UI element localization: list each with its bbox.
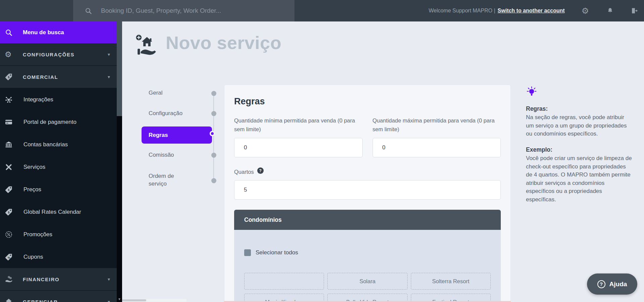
- scrollbar-thumb[interactable]: [117, 21, 122, 116]
- condominios-header: Condomínios: [234, 210, 501, 230]
- gear-icon: ⚙: [5, 50, 13, 58]
- chevron-down-icon: ▾: [108, 276, 110, 282]
- house-icon: [5, 298, 13, 302]
- step-dot-ordem[interactable]: [211, 178, 216, 183]
- logout-icon[interactable]: [631, 7, 638, 14]
- step-dot-comissao[interactable]: [211, 153, 216, 158]
- search-icon: [5, 29, 13, 37]
- sidebar-item-contas-bancarias[interactable]: Contas bancárias: [0, 133, 117, 156]
- quartos-help-icon[interactable]: ?: [257, 167, 264, 174]
- max-quantity-label: Quantidade máxima permitida para venda (…: [373, 116, 497, 134]
- quartos-label: Quartos: [234, 167, 254, 176]
- global-search[interactable]: [73, 0, 294, 21]
- step-ordem-de-servico[interactable]: Ordem de serviço: [149, 172, 190, 188]
- select-all-label: Selecionar todos: [256, 249, 298, 256]
- notifications-bell-icon[interactable]: [606, 7, 614, 14]
- step-regras-active[interactable]: Regras: [142, 127, 212, 144]
- sidebar-item-servicos[interactable]: Serviços: [0, 156, 117, 178]
- search-icon: [85, 7, 92, 15]
- min-quantity-input[interactable]: [234, 138, 363, 157]
- step-dot-geral[interactable]: [211, 91, 216, 96]
- tips-example-title: Exemplo:: [526, 146, 633, 153]
- sidebar-item-cupons[interactable]: Cupons: [0, 246, 117, 268]
- quartos-input[interactable]: [234, 180, 501, 200]
- credit-card-icon: [5, 118, 13, 126]
- bank-icon: [5, 141, 13, 149]
- sidebar-item-precos[interactable]: Preços: [0, 178, 117, 201]
- price-tag-icon: [5, 186, 13, 194]
- topbar-right: Welcome Support MAPRO | Switch to anothe…: [429, 0, 638, 21]
- help-button-label: Ajuda: [609, 281, 627, 288]
- integrations-hub-icon: [5, 96, 13, 104]
- scroll-down-arrow-icon[interactable]: ▼: [117, 297, 122, 301]
- welcome-text: Welcome Support MAPRO |: [429, 8, 495, 14]
- chevron-down-icon: ▾: [108, 52, 110, 57]
- coupon-tag-icon: [5, 253, 13, 261]
- step-dot-configuracao[interactable]: [211, 111, 216, 116]
- tips-rules-title: Regras:: [526, 105, 633, 112]
- step-configuracao[interactable]: Configuração: [149, 110, 182, 117]
- step-geral[interactable]: Geral: [149, 90, 163, 96]
- select-all-row[interactable]: Selecionar todos: [244, 249, 491, 256]
- condominio-option[interactable]: [244, 273, 324, 290]
- min-quantity-label: Quantidade mínima permitida para venda (…: [234, 116, 358, 134]
- condominios-body: Selecionar todos Solara Solterra Resort …: [234, 230, 501, 302]
- sidebar-item-integracoes[interactable]: Integrações: [0, 88, 117, 111]
- percent-circle-icon: [5, 231, 13, 239]
- sidebar-section-financeiro[interactable]: FINANCEIRO ▾: [0, 268, 117, 291]
- condominios-section: Condomínios Selecionar todos Solara Solt…: [234, 210, 501, 302]
- sidebar-section-comercial[interactable]: COMERCIAL ▾: [0, 66, 117, 88]
- settings-gear-icon[interactable]: ⚙: [582, 6, 589, 16]
- lightbulb-icon: [526, 86, 537, 97]
- step-dot-regras-active[interactable]: [210, 131, 215, 136]
- new-service-icon: [136, 34, 158, 56]
- regras-form-card: Regras Quantidade mínima permitida para …: [224, 85, 511, 302]
- horizontal-scrollbar-thumb[interactable]: [120, 299, 146, 301]
- sidebar-item-promocoes[interactable]: Promoções: [0, 223, 117, 246]
- price-tag-icon: [5, 73, 13, 81]
- condominio-option[interactable]: Solara: [327, 273, 407, 290]
- help-button[interactable]: ? Ajuda: [587, 273, 637, 295]
- page-title: Novo serviço: [166, 32, 281, 53]
- tips-example-body: Você pode criar um serviço de limpeza de…: [526, 154, 633, 204]
- chevron-down-icon: ▾: [108, 74, 110, 80]
- max-quantity-input[interactable]: [373, 138, 501, 157]
- select-all-checkbox[interactable]: [244, 249, 251, 256]
- question-mark-icon: ?: [597, 280, 605, 288]
- price-tag-icon: [5, 208, 13, 216]
- sidebar-section-gerenciar[interactable]: GERENCIAR ▾: [0, 291, 117, 302]
- tips-panel: Regras: Na seção de regras, você pode at…: [526, 86, 633, 204]
- global-search-input[interactable]: [101, 7, 275, 14]
- switch-account-link[interactable]: Switch to another account: [498, 8, 565, 14]
- sidebar-section-configuracoes[interactable]: ⚙ CONFIGURAÇÕES ▾: [0, 43, 117, 66]
- sidebar-scrollbar[interactable]: ▼: [117, 21, 122, 302]
- step-comissao[interactable]: Comissão: [149, 152, 174, 158]
- chevron-down-icon: ▾: [108, 299, 110, 302]
- sidebar-item-global-rates-calendar[interactable]: Global Rates Calendar: [0, 201, 117, 223]
- sidebar-item-menu-de-busca[interactable]: Menu de busca: [0, 21, 117, 43]
- sidebar-item-portal-de-pagamento[interactable]: Portal de pagamento: [0, 111, 117, 133]
- horizontal-scrollbar[interactable]: [117, 299, 186, 302]
- condominios-grid: Solara Solterra Resort Magic Kingdom Bel…: [244, 273, 491, 302]
- condominio-option[interactable]: Solterra Resort: [411, 273, 491, 290]
- card-heading: Regras: [234, 96, 501, 107]
- tips-rules-body: Na seção de regras, você pode atribuir u…: [526, 113, 633, 138]
- tools-icon: [5, 163, 13, 171]
- stepper-connector: [213, 93, 214, 181]
- sidebar: Menu de busca ⚙ CONFIGURAÇÕES ▾ COMERCIA…: [0, 21, 117, 302]
- topbar: Welcome Support MAPRO | Switch to anothe…: [0, 0, 644, 21]
- hand-coins-icon: [5, 275, 13, 283]
